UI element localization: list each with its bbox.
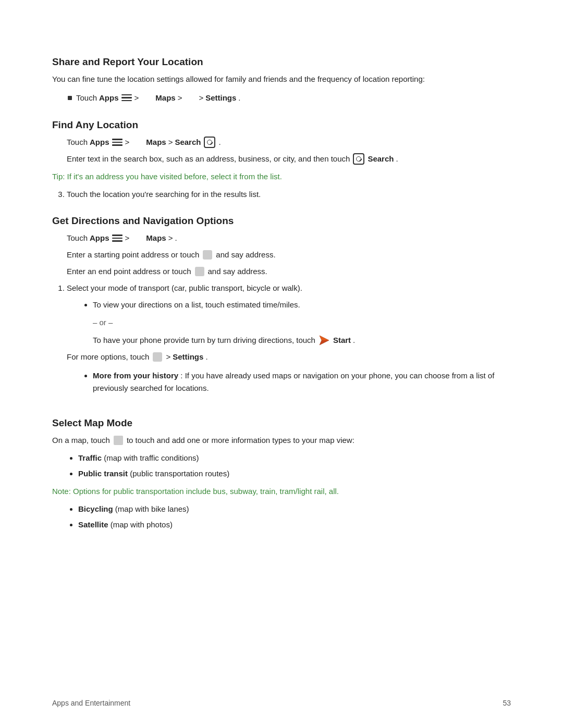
find-location-steps-continued: Touch the location you're searching for …: [67, 188, 511, 201]
select-map-heading: Select Map Mode: [52, 417, 511, 429]
footer-label: Apps and Entertainment: [52, 699, 130, 707]
layers-icon: [114, 436, 123, 445]
directions-start-label: Start: [333, 334, 351, 347]
map-mode-bullets: Traffic (map with traffic conditions) Pu…: [78, 452, 511, 480]
navigation-start-icon: [319, 335, 330, 346]
instruction-apps-label: Apps: [99, 91, 119, 105]
instruction-period: .: [238, 91, 240, 105]
find-step-2: Enter text in the search box, such as an…: [67, 153, 511, 165]
transit-text: (public transportation routes): [130, 469, 229, 478]
instruction-settings-label: Settings: [205, 91, 236, 105]
directions-sub-bullet-2: To have your phone provide turn by turn …: [93, 334, 511, 347]
directions-step-5: For more options, touch > Settings. More…: [67, 351, 511, 403]
share-location-instruction: Touch Apps > Maps > > Settings.: [68, 91, 511, 105]
get-directions-heading: Get Directions and Navigation Options: [52, 215, 511, 227]
directions-step3-suffix: and say address.: [208, 265, 267, 278]
satellite-text: (map with photos): [111, 520, 173, 529]
map-mode-traffic: Traffic (map with traffic conditions): [78, 452, 511, 464]
find-location-heading: Find Any Location: [52, 119, 511, 131]
settings-nav-icon: [153, 352, 162, 362]
find-step1-apps: Apps: [90, 136, 109, 149]
find-step1-search: Search: [175, 136, 201, 149]
directions-step1-maps: Maps: [146, 232, 166, 244]
directions-step5-settings: Settings: [173, 351, 203, 363]
page-content: Share and Report Your Location You can f…: [0, 0, 563, 578]
directions-step1-touch: Touch: [67, 232, 88, 244]
directions-sub-bullets: To view your directions on a list, touch…: [93, 299, 511, 311]
apps-menu-icon: [121, 94, 132, 102]
map-mode-bullets-2: Bicycling (map with bike lanes) Satellit…: [78, 503, 511, 531]
share-location-heading: Share and Report Your Location: [52, 56, 511, 68]
search-grid-icon-2: [353, 153, 364, 165]
directions-step1-apps: Apps: [90, 232, 109, 244]
instruction-arrow2: >: [178, 91, 182, 105]
map-mode-transit: Public transit (public transportation ro…: [78, 467, 511, 480]
map-mode-satellite: Satellite (map with photos): [78, 519, 511, 531]
transit-label: Public transit: [78, 469, 128, 478]
find-location-steps: Touch Apps > Maps > Search . Enter text …: [67, 136, 511, 165]
find-step-1: Touch Apps > Maps > Search .: [67, 136, 511, 149]
more-history-label: More from your history: [93, 371, 178, 380]
mic-icon-2: [195, 267, 204, 276]
directions-step-3: Enter an end point address or touch and …: [67, 265, 511, 278]
directions-more-bullets: More from your history : If you have alr…: [93, 369, 511, 398]
find-step2-text: Enter text in the search box, such as an…: [67, 153, 350, 165]
bicycling-text: (map with bike lanes): [115, 504, 189, 513]
directions-step2-suffix: and say address.: [216, 249, 275, 261]
find-step2-search-label: Search: [368, 153, 394, 165]
select-map-prefix: On a map, touch: [52, 434, 110, 447]
share-location-description: You can fine tune the location settings …: [52, 73, 511, 85]
instruction-touch-label: Touch: [76, 91, 97, 105]
find-step1-maps: Maps: [146, 136, 166, 149]
traffic-label: Traffic: [78, 453, 102, 462]
directions-step3-text: Enter an end point address or touch: [67, 265, 191, 278]
directions-apps-icon: [112, 235, 123, 242]
directions-sub-bullet-1: To view your directions on a list, touch…: [93, 299, 511, 311]
bicycling-label: Bicycling: [78, 504, 113, 513]
search-grid-icon: [204, 137, 215, 148]
page-number: 53: [503, 699, 511, 707]
or-separator: – or –: [93, 316, 511, 329]
instruction-arrow1: >: [134, 91, 139, 105]
directions-step-4: Select your mode of transport (car, publ…: [67, 282, 511, 347]
find-apps-icon: [112, 139, 123, 146]
traffic-text: (map with traffic conditions): [104, 453, 199, 462]
directions-step5-prefix: For more options, touch: [67, 351, 149, 363]
directions-sub2-text: To have your phone provide turn by turn …: [93, 334, 315, 347]
directions-sub2-period: .: [353, 334, 355, 347]
select-map-note: Note: Options for public transportation …: [52, 485, 511, 498]
directions-step5-arrow: >: [166, 351, 170, 363]
select-map-suffix: to touch and add one or more information…: [127, 434, 354, 447]
find-step-3: Touch the location you're searching for …: [67, 188, 511, 201]
directions-step4-text: Select your mode of transport (car, publ…: [67, 283, 302, 292]
select-map-description: On a map, touch to touch and add one or …: [52, 434, 511, 447]
find-step1-touch: Touch: [67, 136, 88, 149]
directions-step-1: Touch Apps > Maps > .: [67, 232, 511, 244]
instruction-arrow3: >: [199, 91, 203, 105]
mic-icon: [203, 250, 212, 260]
page-footer: Apps and Entertainment 53: [52, 699, 511, 707]
get-directions-steps: Touch Apps > Maps > . Enter a starting p…: [67, 232, 511, 403]
find-location-tip: Tip: If it's an address you have visited…: [52, 170, 511, 183]
instruction-maps-label: Maps: [155, 91, 175, 105]
directions-more-history: More from your history : If you have alr…: [93, 369, 511, 394]
map-mode-bicycling: Bicycling (map with bike lanes): [78, 503, 511, 515]
satellite-label: Satellite: [78, 520, 108, 529]
directions-step-2: Enter a starting point address or touch …: [67, 249, 511, 261]
directions-step2-text: Enter a starting point address or touch: [67, 249, 199, 261]
